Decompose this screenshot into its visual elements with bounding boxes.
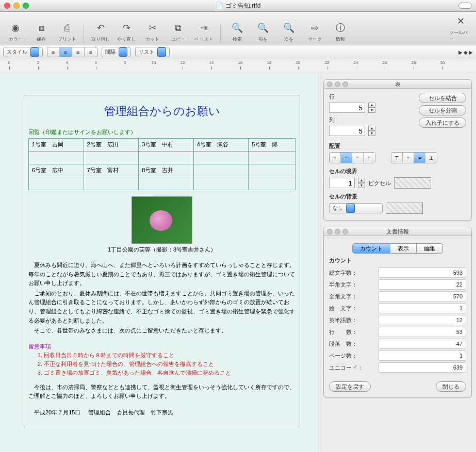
color-button[interactable]: ◉カラー xyxy=(4,21,27,43)
h-align-left-button[interactable]: ≡ xyxy=(330,153,341,163)
editor-area[interactable]: 管理組合からのお願い 回覧（印鑑またはサインをお願いします） 1号室 吉岡2号室… xyxy=(0,74,319,452)
table-cell[interactable] xyxy=(84,177,139,190)
room-table[interactable]: 1号室 吉岡2号室 広田3号室 中村4号室 瀬谷5号室 郷6号室 広中7号室 富… xyxy=(28,138,296,190)
table-cell[interactable]: 3号室 中村 xyxy=(139,139,194,152)
table-cell[interactable] xyxy=(193,152,249,164)
table-cell[interactable]: 1号室 吉岡 xyxy=(29,139,84,152)
count-key: 段落 数： xyxy=(329,340,378,348)
table-cell[interactable] xyxy=(29,152,84,164)
table-cell[interactable] xyxy=(29,177,84,190)
photo-image xyxy=(132,196,192,244)
copy-button[interactable]: ⧉コピー xyxy=(167,21,189,43)
save-button[interactable]: ⧈保存 xyxy=(30,21,53,43)
toolbar-pill-icon[interactable] xyxy=(458,3,472,9)
count-row: 段落 数：47 xyxy=(329,339,466,349)
align-justify-button[interactable]: ≡ xyxy=(85,47,97,57)
align-right-button[interactable]: ≡ xyxy=(72,47,85,57)
table-row[interactable] xyxy=(29,177,296,190)
zoom-icon[interactable] xyxy=(23,3,29,9)
find-button[interactable]: 🔍検索 xyxy=(226,21,249,43)
window-controls[interactable] xyxy=(0,3,29,9)
close-panel-button[interactable]: 閉じる xyxy=(436,381,466,392)
table-cell[interactable] xyxy=(249,177,296,190)
undo-button[interactable]: ↶取り消し xyxy=(89,21,112,43)
next-button[interactable]: 🔍次を xyxy=(277,21,300,43)
merge-cells-button[interactable]: セルを結合 xyxy=(419,93,466,103)
toolbar-label: プリント xyxy=(58,36,76,43)
table-row[interactable]: 1号室 吉岡2号室 広田3号室 中村4号室 瀬谷5号室 郷 xyxy=(29,139,296,152)
table-cell[interactable] xyxy=(139,152,194,164)
h-align-justify-button[interactable]: ≡ xyxy=(364,153,375,163)
print-button[interactable]: ⎙プリント xyxy=(56,21,78,43)
border-width-input[interactable] xyxy=(329,178,355,188)
rows-stepper[interactable]: ▲▼ xyxy=(368,103,375,113)
bg-select[interactable]: なし xyxy=(329,203,383,213)
table-cell[interactable]: 6号室 広中 xyxy=(29,164,84,177)
bg-color-well[interactable] xyxy=(386,203,423,214)
table-cell[interactable]: 4号室 瀬谷 xyxy=(193,139,249,152)
table-cell[interactable]: 2号室 広田 xyxy=(84,139,139,152)
docinfo-tabs[interactable]: カウント表示編集 xyxy=(329,243,466,254)
v-align-middle-button[interactable]: ≡ xyxy=(403,153,414,163)
v-align-segment[interactable]: ⊤ ≡ ∗ ⊥ xyxy=(391,152,437,163)
table-cell[interactable]: 5号室 郷 xyxy=(249,139,296,152)
text-align-segment[interactable]: ≡ ≡ ≡ ≡ xyxy=(47,47,97,57)
rows-label: 行 xyxy=(329,93,414,101)
table-cell[interactable] xyxy=(193,177,249,190)
style-select[interactable]: スタイル xyxy=(3,47,43,57)
nav-play-icon[interactable]: ◆ xyxy=(464,49,468,55)
customize-toolbar-button[interactable]: ✕ツールバー xyxy=(449,14,472,43)
align-left-button[interactable]: ≡ xyxy=(47,47,60,57)
toolbar-label: 情報 xyxy=(336,36,345,43)
minimize-icon[interactable] xyxy=(13,3,20,9)
prev-button[interactable]: 🔍前を xyxy=(252,21,274,43)
table-row[interactable]: 6号室 広中7号室 富村8号室 吉井 xyxy=(29,164,296,177)
h-align-right-button[interactable]: ≡ xyxy=(352,153,364,163)
count-value: 47 xyxy=(378,339,466,349)
tab-表示[interactable]: 表示 xyxy=(390,243,417,254)
table-cell[interactable]: 8号室 吉井 xyxy=(139,164,194,177)
cols-input[interactable] xyxy=(329,126,365,136)
paste-button[interactable]: ⇥ペースト xyxy=(192,21,215,43)
count-section-label: カウント xyxy=(329,257,466,264)
table-cell[interactable] xyxy=(84,152,139,164)
spacing-select[interactable]: 間隔 xyxy=(102,47,131,57)
count-value: 1 xyxy=(378,303,466,313)
h-align-center-button[interactable]: ≡ xyxy=(341,153,352,163)
align-label: 配置 xyxy=(329,142,466,150)
border-stepper[interactable]: ▲▼ xyxy=(358,178,365,188)
v-align-baseline-button[interactable]: ∗ xyxy=(414,153,425,163)
nest-table-button[interactable]: 入れ子にする xyxy=(419,118,466,128)
mark-button[interactable]: ⇨マーク xyxy=(303,21,326,43)
nav-prev-icon[interactable]: ▶ xyxy=(458,49,463,55)
close-icon[interactable] xyxy=(4,3,10,9)
table-cell[interactable] xyxy=(249,164,296,177)
border-color-well[interactable] xyxy=(394,177,431,189)
toolbar-label: カット xyxy=(145,36,159,43)
redo-button[interactable]: ↷やり直し xyxy=(115,21,138,43)
table-cell[interactable] xyxy=(139,177,194,190)
nav-next-icon[interactable]: ▶ xyxy=(469,49,473,55)
window-title-text: ゴミ告知.rtfd xyxy=(225,2,261,10)
v-align-top-button[interactable]: ⊤ xyxy=(391,153,403,163)
cut-button[interactable]: ✂カット xyxy=(141,21,163,43)
h-align-segment[interactable]: ≡ ≡ ≡ ≡ xyxy=(329,152,375,163)
count-row: 絵 文字：1 xyxy=(329,303,466,313)
table-cell[interactable]: 7号室 富村 xyxy=(84,164,139,177)
table-cell[interactable] xyxy=(193,164,249,177)
nav-arrows[interactable]: ▶ ◆ ▶ xyxy=(458,49,473,55)
align-center-button[interactable]: ≡ xyxy=(60,47,72,57)
cols-stepper[interactable]: ▲▼ xyxy=(368,126,375,136)
table-cell[interactable] xyxy=(249,152,296,164)
v-align-bottom-button[interactable]: ⊥ xyxy=(425,153,437,163)
rows-input[interactable] xyxy=(329,103,365,113)
bg-label: セルの背景 xyxy=(329,193,466,200)
list-select[interactable]: リスト xyxy=(135,47,170,57)
tab-編集[interactable]: 編集 xyxy=(417,243,443,254)
reset-settings-button[interactable]: 設定を戻す xyxy=(329,381,371,392)
split-cells-button[interactable]: セルを分割 xyxy=(419,105,466,115)
info-button[interactable]: ⓘ情報 xyxy=(329,21,352,43)
ruler[interactable]: 024681012141618202224262830 xyxy=(0,59,476,74)
tab-カウント[interactable]: カウント xyxy=(352,243,390,254)
table-row[interactable] xyxy=(29,152,296,164)
